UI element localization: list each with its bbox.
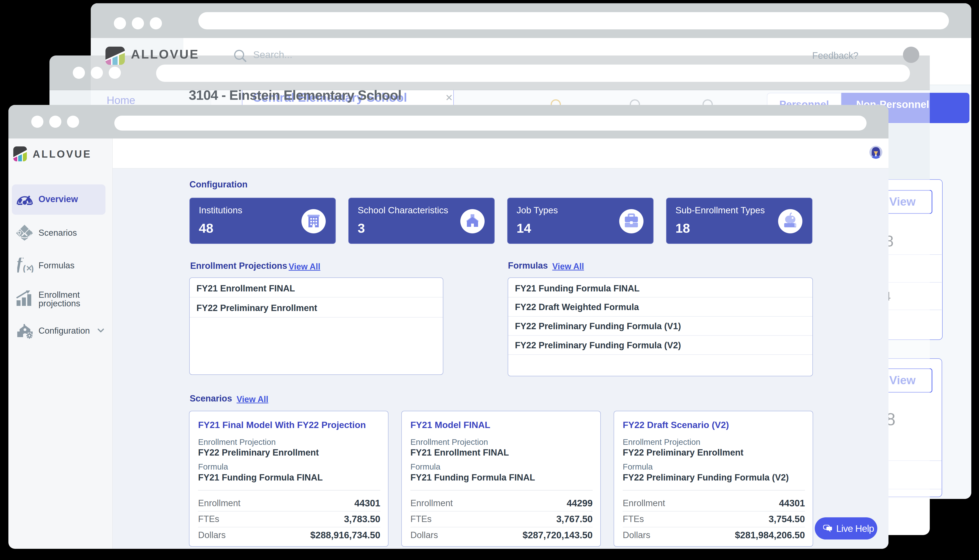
svg-text:): ) <box>31 264 33 273</box>
svg-text:(: ( <box>23 264 26 273</box>
